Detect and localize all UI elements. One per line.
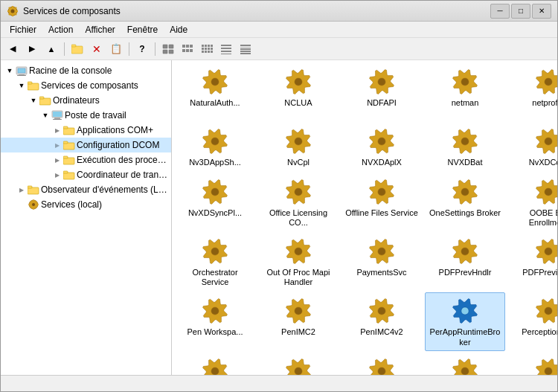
item-icon-34 (450, 356, 480, 375)
grid-item-7[interactable]: Nv3DAppSh... (175, 123, 255, 171)
grid-item-29[interactable]: PerceptionSi... (508, 292, 557, 350)
grid-item-35[interactable]: Play with Windows ... (508, 353, 557, 375)
sidebar-item-dcom[interactable]: ▶ Configuration DCOM (1, 138, 171, 152)
menu-aide[interactable]: Aide (164, 23, 193, 36)
svg-rect-19 (182, 49, 185, 52)
back-button[interactable]: ◀ (4, 41, 22, 57)
svg-point-104 (461, 367, 469, 375)
item-icon-4 (450, 67, 480, 97)
sidebar-item-services[interactable]: ▼ Services de composants (1, 78, 171, 93)
up-button[interactable]: ▲ (42, 41, 60, 57)
grid-item-14[interactable]: Office Licensing CO... (258, 173, 339, 231)
grid-item-13[interactable]: NvXDSyncPl... (175, 173, 255, 231)
grid-item-11[interactable]: NvXDCore (508, 123, 557, 171)
sidebar-item-com[interactable]: ▶ Applications COM+ (1, 123, 171, 138)
item-label-11: NvXDCore (529, 158, 557, 167)
view-large-button[interactable] (159, 41, 177, 57)
grid-item-28[interactable]: PerAppRuntimeBroker (425, 292, 505, 350)
sidebar-item-ordinateurs[interactable]: ▼ Ordinateurs (1, 93, 171, 108)
delete-button[interactable]: ✕ (88, 41, 106, 57)
grid-item-2[interactable]: NCLUA (258, 63, 339, 121)
svg-point-72 (295, 78, 302, 86)
sidebar-label-racine: Racine de la console (29, 65, 112, 76)
item-label-21: PaymentsSvc (356, 268, 406, 277)
view-detail-button[interactable] (237, 41, 254, 57)
folder-button[interactable] (68, 41, 86, 57)
item-icon-13 (200, 177, 230, 207)
item-label-25: Pen Workspa... (187, 327, 243, 337)
svg-point-96 (295, 307, 302, 315)
svg-point-89 (211, 248, 219, 255)
svg-rect-57 (63, 143, 74, 150)
view-medium-button[interactable] (179, 41, 196, 57)
menu-fenetre[interactable]: Fenêtre (121, 23, 164, 36)
grid-item-1[interactable]: NaturalAuth... (175, 63, 255, 121)
grid-item-33[interactable]: PhotoAcquire (341, 353, 422, 375)
grid-item-23[interactable]: PDFPreview... (508, 233, 557, 291)
minimize-button[interactable]: ─ (490, 4, 510, 19)
svg-rect-3 (12, 14, 13, 16)
close-button[interactable]: ✕ (532, 4, 551, 19)
help-button[interactable]: ? (133, 41, 151, 57)
svg-rect-37 (221, 54, 231, 54)
svg-rect-12 (163, 45, 167, 48)
view-small-button[interactable] (198, 41, 216, 57)
sidebar-item-services-local[interactable]: ▶ Services (local) (1, 197, 171, 212)
svg-rect-33 (211, 51, 213, 53)
grid-item-20[interactable]: Out Of Proc Mapi Handler (258, 233, 339, 291)
svg-point-105 (545, 367, 552, 375)
item-icon-14 (283, 177, 313, 207)
arrow-poste: ▼ (39, 109, 51, 121)
grid-item-10[interactable]: NVXDBat (425, 123, 505, 171)
grid-item-3[interactable]: NDFAPI (341, 63, 422, 121)
view-list-button[interactable] (217, 41, 235, 57)
svg-rect-42 (240, 53, 251, 54)
maximize-button[interactable]: □ (511, 4, 530, 19)
grid-item-5[interactable]: netprofm (508, 63, 557, 121)
item-label-1: NaturalAuth... (190, 98, 240, 108)
properties-button[interactable]: 📋 (107, 41, 125, 57)
menu-action[interactable]: Action (42, 23, 79, 36)
svg-point-85 (378, 187, 385, 195)
sidebar-item-poste[interactable]: ▼ Poste de travail (1, 108, 171, 123)
svg-rect-23 (205, 45, 207, 47)
grid-item-31[interactable]: PersistentZo... (175, 353, 255, 375)
svg-rect-13 (169, 45, 173, 48)
grid-item-17[interactable]: OOBE Bio Enrollment (508, 173, 557, 231)
sidebar-label-observateur: Observateur d'événements (Local) (41, 184, 168, 195)
grid-item-19[interactable]: Orchestrator Service (175, 233, 255, 291)
grid-item-26[interactable]: PenIMC2 (258, 292, 339, 350)
grid-item-22[interactable]: PDFPrevHndlr (425, 233, 505, 291)
arrow-observateur: ▶ (16, 184, 28, 196)
svg-rect-15 (169, 50, 173, 54)
sidebar-item-racine[interactable]: ▼ Racine de la console (1, 63, 171, 78)
grid-item-15[interactable]: Offline Files Service (341, 173, 422, 231)
grid-item-27[interactable]: PenIMC4v2 (341, 292, 422, 350)
svg-rect-11 (71, 45, 76, 47)
grid-item-32[interactable]: PhotoAcqH... (258, 353, 339, 375)
grid-item-8[interactable]: NvCpl (258, 123, 339, 171)
forward-button[interactable]: ▶ (23, 41, 41, 57)
grid-item-4[interactable]: netman (425, 63, 505, 121)
svg-rect-21 (190, 49, 193, 52)
grid-item-25[interactable]: Pen Workspa... (175, 292, 255, 350)
grid-item-16[interactable]: OneSettings Broker (425, 173, 505, 231)
menu-afficher[interactable]: Afficher (79, 23, 121, 36)
svg-rect-26 (202, 48, 204, 50)
item-label-13: NvXDSyncPl... (188, 208, 242, 218)
grid-item-34[interactable]: PLA (425, 353, 505, 375)
item-icon-26 (283, 296, 313, 326)
sidebar-item-observateur[interactable]: ▶ Observateur d'événements (Local) (1, 182, 171, 197)
item-label-7: Nv3DAppSh... (189, 158, 241, 167)
content-panel: NaturalAuth... NCLUA NDFAPI netman netpr… (172, 60, 557, 375)
sidebar-item-execution[interactable]: ▶ Exécution des processus (1, 152, 171, 167)
sidebar-label-coordinateur: Coordinateur de transactio... (77, 170, 168, 180)
grid-item-21[interactable]: PaymentsSvc (341, 233, 422, 291)
svg-point-98 (461, 307, 469, 315)
svg-point-103 (378, 367, 385, 375)
grid-item-9[interactable]: NVXDAplX (341, 123, 422, 171)
menu-fichier[interactable]: Fichier (4, 23, 42, 36)
svg-rect-56 (63, 126, 68, 129)
sidebar-item-coordinateur[interactable]: ▶ Coordinateur de transactio... (1, 167, 171, 182)
svg-point-93 (545, 248, 552, 255)
